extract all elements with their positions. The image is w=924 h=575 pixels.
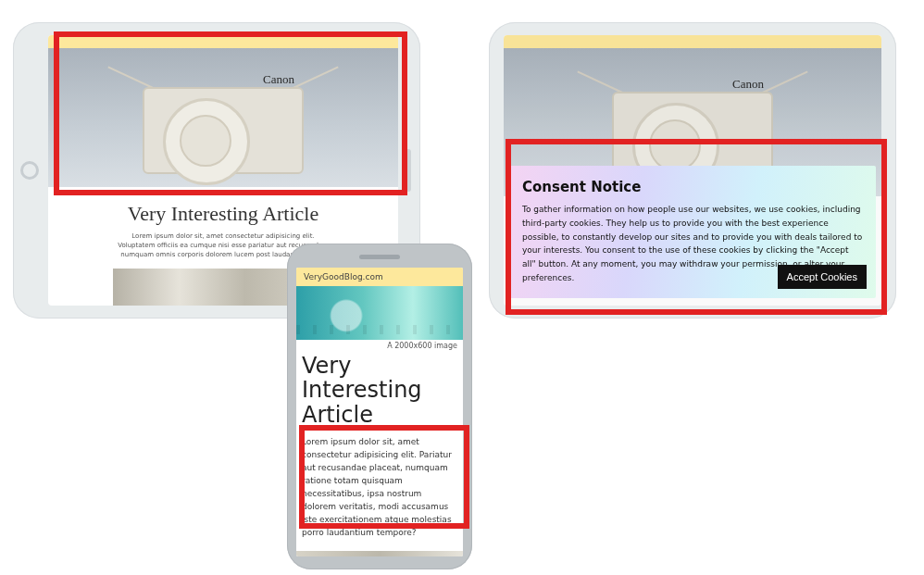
tablet-right-screen: Canon Consent Notice To gather informati…	[504, 35, 881, 306]
hero-image: Canon	[48, 48, 398, 187]
tablet-right: Canon Consent Notice To gather informati…	[489, 22, 896, 319]
consent-banner: Consent Notice To gather information on …	[509, 166, 876, 298]
hero-banner-image	[296, 286, 463, 340]
image-caption: A 2000x600 image	[296, 340, 463, 352]
secondary-image	[296, 551, 463, 556]
phone-device: VeryGoodBlog.com A 2000x600 image Very I…	[287, 244, 472, 569]
consent-heading: Consent Notice	[522, 179, 863, 195]
article-title: Very Interesting Article	[113, 202, 333, 226]
address-bar[interactable]: VeryGoodBlog.com	[296, 268, 463, 286]
home-button-icon	[20, 161, 39, 180]
speaker-icon	[359, 255, 400, 259]
camera-illustration: Canon	[143, 87, 304, 174]
diagram-stage: Canon Very Interesting Article Lorem ips…	[0, 0, 924, 575]
browser-bar	[48, 35, 398, 48]
power-button-icon	[406, 149, 411, 192]
camera-brand-label: Canon	[263, 72, 294, 87]
phone-screen: VeryGoodBlog.com A 2000x600 image Very I…	[296, 268, 463, 556]
article-paragraph: Lorem ipsum dolor sit, amet consectetur …	[296, 434, 463, 545]
article-title: Very Interesting Article	[302, 354, 457, 427]
accept-cookies-button[interactable]: Accept Cookies	[778, 265, 867, 289]
